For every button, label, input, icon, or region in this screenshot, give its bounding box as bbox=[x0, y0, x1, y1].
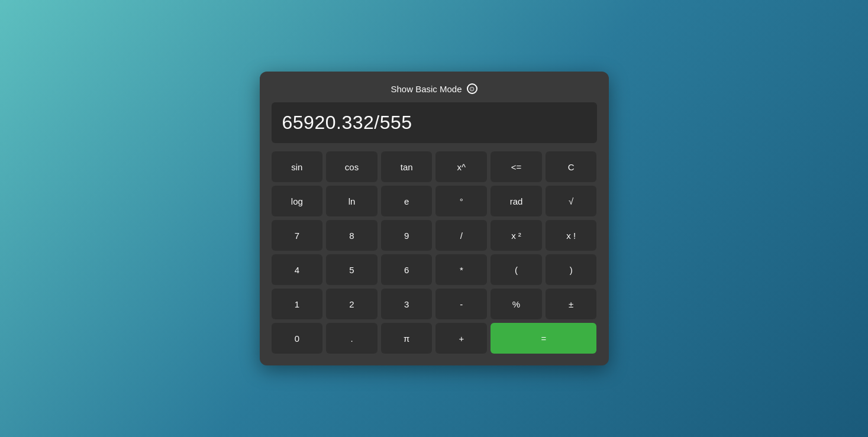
divide-button[interactable]: / bbox=[435, 220, 487, 251]
add-button[interactable]: + bbox=[435, 323, 487, 354]
mode-icon[interactable]: ⊙ bbox=[467, 83, 477, 94]
pi-button[interactable]: π bbox=[381, 323, 433, 354]
open-paren-button[interactable]: ( bbox=[491, 254, 542, 285]
nine-button[interactable]: 9 bbox=[381, 220, 433, 251]
equals-button[interactable]: = bbox=[491, 323, 596, 354]
four-button[interactable]: 4 bbox=[272, 254, 323, 285]
calculator: Show Basic Mode ⊙ 65920.332/555 sin cos … bbox=[260, 72, 609, 365]
backspace-button[interactable]: <= bbox=[491, 151, 542, 182]
five-button[interactable]: 5 bbox=[326, 254, 377, 285]
dot-button[interactable]: . bbox=[326, 323, 377, 354]
close-paren-button[interactable]: ) bbox=[546, 254, 597, 285]
tan-button[interactable]: tan bbox=[381, 151, 433, 182]
eight-button[interactable]: 8 bbox=[326, 220, 377, 251]
power-button[interactable]: x^ bbox=[435, 151, 487, 182]
factorial-button[interactable]: x ! bbox=[546, 220, 597, 251]
zero-button[interactable]: 0 bbox=[272, 323, 323, 354]
six-button[interactable]: 6 bbox=[381, 254, 433, 285]
button-grid: sin cos tan x^ <= C log ln e ° rad √ 7 8… bbox=[272, 151, 597, 354]
two-button[interactable]: 2 bbox=[326, 289, 377, 319]
multiply-button[interactable]: * bbox=[435, 254, 487, 285]
seven-button[interactable]: 7 bbox=[272, 220, 323, 251]
plusminus-button[interactable]: ± bbox=[546, 289, 597, 319]
log-button[interactable]: log bbox=[272, 186, 323, 216]
mode-label[interactable]: Show Basic Mode bbox=[391, 84, 462, 94]
three-button[interactable]: 3 bbox=[381, 289, 433, 319]
sqrt-button[interactable]: √ bbox=[546, 186, 597, 216]
square-button[interactable]: x ² bbox=[491, 220, 542, 251]
display: 65920.332/555 bbox=[272, 102, 597, 143]
percent-button[interactable]: % bbox=[491, 289, 542, 319]
clear-button[interactable]: C bbox=[546, 151, 597, 182]
cos-button[interactable]: cos bbox=[326, 151, 377, 182]
ln-button[interactable]: ln bbox=[326, 186, 377, 216]
sin-button[interactable]: sin bbox=[272, 151, 323, 182]
subtract-button[interactable]: - bbox=[435, 289, 487, 319]
rad-button[interactable]: rad bbox=[491, 186, 542, 216]
e-button[interactable]: e bbox=[381, 186, 433, 216]
degree-button[interactable]: ° bbox=[435, 186, 487, 216]
header: Show Basic Mode ⊙ bbox=[272, 83, 597, 94]
display-value: 65920.332/555 bbox=[282, 112, 412, 134]
one-button[interactable]: 1 bbox=[272, 289, 323, 319]
